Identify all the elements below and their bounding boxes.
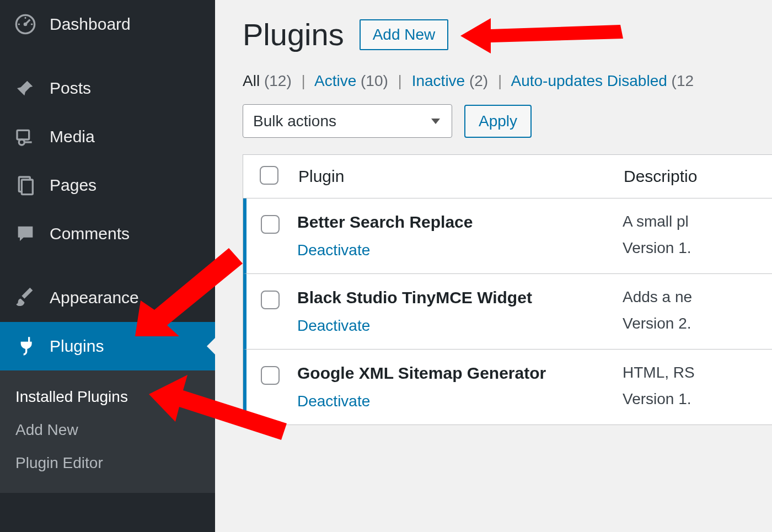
sidebar-item-label: Comments xyxy=(50,225,130,242)
bulk-actions-select[interactable]: Bulk actions xyxy=(243,104,452,138)
plugin-name: Better Search Replace xyxy=(297,213,623,232)
plugins-submenu: Installed Plugins Add New Plugin Editor xyxy=(0,370,215,493)
filter-all[interactable]: All (12) xyxy=(243,72,296,89)
brush-icon xyxy=(13,286,37,310)
dashboard-icon xyxy=(13,12,37,36)
row-checkbox[interactable] xyxy=(261,366,280,385)
plugin-version: Version 1. xyxy=(623,239,691,257)
plugins-table: Plugin Descriptio Better Search Replace … xyxy=(243,154,772,425)
plugin-filter-links: All (12) | Active (10) | Inactive (2) | … xyxy=(243,72,772,90)
pages-icon xyxy=(13,173,37,197)
row-checkbox[interactable] xyxy=(261,291,280,309)
table-row: Better Search Replace Deactivate A small… xyxy=(243,198,772,274)
apply-button[interactable]: Apply xyxy=(464,105,532,138)
filter-inactive[interactable]: Inactive (2) xyxy=(412,72,492,89)
submenu-plugin-editor[interactable]: Plugin Editor xyxy=(0,447,215,480)
column-description[interactable]: Descriptio xyxy=(624,167,697,186)
select-all-checkbox[interactable] xyxy=(260,166,278,185)
sidebar-item-dashboard[interactable]: Dashboard xyxy=(0,0,215,49)
plugin-description: A small pl xyxy=(623,213,691,230)
admin-sidebar: Dashboard Posts Media Pages Commen xyxy=(0,0,215,532)
sidebar-item-label: Posts xyxy=(50,80,91,96)
sidebar-item-label: Appearance xyxy=(50,289,139,306)
row-checkbox[interactable] xyxy=(261,215,280,234)
deactivate-link[interactable]: Deactivate xyxy=(297,241,370,259)
plugins-page: Plugins Add New All (12) | Active (10) |… xyxy=(215,0,772,532)
plugin-version: Version 2. xyxy=(623,315,692,332)
sidebar-item-posts[interactable]: Posts xyxy=(0,64,215,112)
plugin-version: Version 1. xyxy=(623,390,695,408)
plugin-description: Adds a ne xyxy=(623,288,692,306)
filter-auto-updates-disabled[interactable]: Auto-updates Disabled (12 xyxy=(511,72,694,89)
add-new-button[interactable]: Add New xyxy=(360,19,449,50)
submenu-item-label: Plugin Editor xyxy=(15,454,103,471)
svg-rect-2 xyxy=(17,130,29,139)
sidebar-item-label: Plugins xyxy=(50,338,104,354)
filter-active[interactable]: Active (10) xyxy=(314,72,393,89)
pin-icon xyxy=(13,76,37,100)
sidebar-item-comments[interactable]: Comments xyxy=(0,209,215,258)
svg-point-3 xyxy=(19,139,24,145)
deactivate-link[interactable]: Deactivate xyxy=(297,317,370,334)
comments-icon xyxy=(13,222,37,246)
sidebar-item-plugins[interactable]: Plugins xyxy=(0,322,215,370)
svg-rect-5 xyxy=(22,180,33,195)
sidebar-item-label: Media xyxy=(50,128,95,145)
plugin-description: HTML, RS xyxy=(623,364,695,381)
sidebar-item-media[interactable]: Media xyxy=(0,112,215,161)
plug-icon xyxy=(13,334,37,358)
sidebar-item-label: Dashboard xyxy=(50,16,131,33)
plugin-name: Black Studio TinyMCE Widget xyxy=(297,288,623,307)
submenu-installed-plugins[interactable]: Installed Plugins xyxy=(0,380,215,413)
sidebar-item-pages[interactable]: Pages xyxy=(0,161,215,209)
table-row: Black Studio TinyMCE Widget Deactivate A… xyxy=(243,274,772,350)
deactivate-link[interactable]: Deactivate xyxy=(297,393,370,410)
plugin-name: Google XML Sitemap Generator xyxy=(297,364,623,383)
sidebar-item-appearance[interactable]: Appearance xyxy=(0,273,215,322)
svg-point-1 xyxy=(24,23,28,26)
table-row: Google XML Sitemap Generator Deactivate … xyxy=(243,350,772,425)
sidebar-item-label: Pages xyxy=(50,177,96,194)
page-title: Plugins xyxy=(243,17,344,52)
submenu-item-label: Add New xyxy=(15,421,78,438)
submenu-add-new[interactable]: Add New xyxy=(0,413,215,447)
column-plugin[interactable]: Plugin xyxy=(298,167,624,186)
submenu-item-label: Installed Plugins xyxy=(15,388,128,405)
media-icon xyxy=(13,125,37,149)
